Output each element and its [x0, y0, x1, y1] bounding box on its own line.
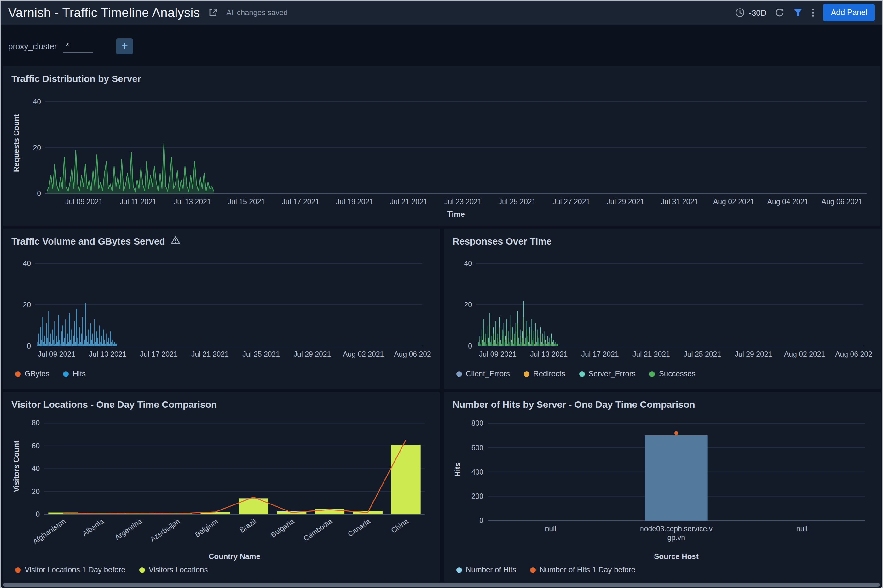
panel-title: Responses Over Time [453, 236, 552, 246]
row-1: Traffic Distribution by Server 02040Requ… [3, 66, 880, 226]
chart-visitor-locations[interactable]: 020406080Visitors CountCountry NameAfgha… [11, 412, 431, 562]
panel-hits-by-server: Number of Hits by Server - One Day Time … [444, 392, 881, 582]
legend-item[interactable]: Client_Errors [456, 369, 510, 378]
legend-dot [649, 371, 655, 376]
svg-text:Jul 25 2021: Jul 25 2021 [242, 350, 280, 358]
svg-text:Jul 13 2021: Jul 13 2021 [530, 350, 568, 358]
legend-dot [456, 371, 462, 376]
panel-title-row: Responses Over Time [453, 235, 872, 246]
svg-text:600: 600 [471, 444, 483, 452]
svg-text:gp.vn: gp.vn [667, 534, 685, 542]
svg-text:Jul 09 2021: Jul 09 2021 [65, 198, 103, 206]
svg-text:Canada: Canada [346, 517, 372, 538]
svg-text:40: 40 [31, 465, 40, 472]
svg-text:node03.ceph.service.v: node03.ceph.service.v [640, 525, 713, 533]
panel-title: Number of Hits by Server - One Day Time … [453, 399, 695, 410]
legend-dot [15, 567, 21, 573]
legend-label: Hits [73, 369, 86, 378]
share-icon[interactable] [208, 8, 218, 18]
svg-text:Jul 13 2021: Jul 13 2021 [89, 350, 126, 358]
svg-text:Jul 17 2021: Jul 17 2021 [140, 350, 178, 358]
filter-icon[interactable] [793, 8, 803, 18]
add-panel-button[interactable]: Add Panel [823, 4, 875, 21]
save-status: All changes saved [226, 8, 288, 17]
svg-text:20: 20 [23, 301, 31, 309]
panel-responses-over-time: Responses Over Time 02040Jul 09 2021Jul … [444, 229, 881, 389]
svg-text:Source Host: Source Host [654, 552, 698, 561]
svg-text:Jul 31 2021: Jul 31 2021 [661, 198, 698, 206]
time-range-control[interactable]: -30D [735, 8, 766, 18]
legend-dot [456, 567, 462, 573]
svg-text:Aug 02 2021: Aug 02 2021 [713, 198, 754, 206]
legend-item[interactable]: Number of Hits [456, 565, 516, 574]
svg-text:Belgium: Belgium [193, 517, 219, 539]
panel-title-row: Visitor Locations - One Day Time Compari… [11, 398, 431, 410]
chart-traffic-distribution[interactable]: 02040Requests CountTimeJul 09 2021Jul 11… [11, 86, 873, 220]
svg-text:Jul 09 2021: Jul 09 2021 [479, 350, 517, 358]
svg-text:Aug 02 2021: Aug 02 2021 [784, 350, 825, 358]
svg-text:800: 800 [471, 419, 483, 427]
panel-grid: Traffic Distribution by Server 02040Requ… [1, 66, 882, 582]
svg-text:Hits: Hits [453, 462, 462, 477]
svg-text:Jul 21 2021: Jul 21 2021 [390, 198, 428, 206]
svg-text:Jul 17 2021: Jul 17 2021 [282, 198, 319, 206]
filter-value-input[interactable]: * [63, 39, 94, 52]
legend-label: Redirects [533, 369, 565, 378]
panel-title-row: Traffic Volume and GBytes Served [11, 235, 431, 246]
refresh-icon[interactable] [775, 8, 785, 18]
panel-traffic-volume: Traffic Volume and GBytes Served 02040Ju… [3, 229, 440, 389]
svg-text:Requests Count: Requests Count [12, 114, 21, 172]
legend-item[interactable]: Redirects [524, 369, 565, 378]
panel-title: Visitor Locations - One Day Time Compari… [11, 399, 217, 410]
svg-text:Cambodia: Cambodia [302, 517, 334, 543]
legend-dot [63, 371, 69, 376]
svg-text:Aug 06 2021: Aug 06 2021 [822, 198, 862, 206]
row-3: Visitor Locations - One Day Time Compari… [3, 392, 880, 582]
svg-text:0: 0 [468, 342, 472, 350]
legend-item[interactable]: GBytes [15, 369, 49, 378]
svg-text:Jul 25 2021: Jul 25 2021 [684, 350, 721, 358]
chart-responses-over-time[interactable]: 02040Jul 09 2021Jul 13 2021Jul 17 2021Ju… [453, 249, 872, 366]
svg-text:20: 20 [31, 488, 40, 496]
legend-item[interactable]: Successes [649, 369, 696, 378]
svg-text:Jul 21 2021: Jul 21 2021 [633, 350, 670, 358]
svg-text:40: 40 [23, 260, 31, 267]
clock-icon [735, 8, 745, 18]
svg-text:Jul 23 2021: Jul 23 2021 [444, 198, 482, 206]
add-filter-button[interactable]: + [116, 38, 133, 54]
svg-text:0: 0 [37, 189, 41, 198]
svg-text:Jul 27 2021: Jul 27 2021 [552, 198, 590, 206]
dashboard-title: Varnish - Traffic Timeline Analysis [8, 5, 200, 20]
scrollbar-thumb[interactable] [3, 583, 880, 587]
svg-text:Country Name: Country Name [208, 552, 260, 561]
dashboard-page: Varnish - Traffic Timeline Analysis All … [0, 0, 883, 588]
svg-text:Jul 11 2021: Jul 11 2021 [120, 198, 157, 206]
legend-item[interactable]: Number of Hits 1 Day before [530, 565, 635, 574]
svg-text:Jul 29 2021: Jul 29 2021 [735, 350, 772, 358]
legend-dot [530, 567, 536, 573]
time-range-label: -30D [749, 8, 766, 17]
legend-item[interactable]: Visitors Locations [139, 565, 208, 574]
panel-title: Traffic Distribution by Server [11, 73, 141, 84]
svg-text:200: 200 [471, 492, 483, 500]
kebab-menu-icon[interactable] [811, 8, 815, 18]
svg-text:Bulgaria: Bulgaria [269, 517, 295, 539]
legend-item[interactable]: Visitor Locations 1 Day before [15, 565, 126, 574]
horizontal-scrollbar[interactable] [2, 582, 881, 588]
legend-label: Visitors Locations [149, 565, 208, 574]
svg-text:Jul 21 2021: Jul 21 2021 [191, 350, 229, 358]
legend-dot [139, 567, 145, 573]
chart-traffic-volume[interactable]: 02040Jul 09 2021Jul 13 2021Jul 17 2021Ju… [11, 249, 431, 366]
svg-text:40: 40 [464, 260, 472, 267]
svg-text:null: null [545, 525, 556, 533]
legend-label: Visitor Locations 1 Day before [25, 565, 126, 574]
chart-hits-by-server[interactable]: 0200400600800HitsSource Hostnullnode03.c… [453, 412, 872, 562]
legend-item[interactable]: Hits [63, 369, 86, 378]
svg-text:Jul 29 2021: Jul 29 2021 [293, 350, 331, 358]
legend-item[interactable]: Server_Errors [579, 369, 635, 378]
svg-text:20: 20 [33, 144, 41, 152]
svg-text:Jul 29 2021: Jul 29 2021 [607, 198, 644, 206]
svg-text:Aug 06 2021: Aug 06 2021 [835, 350, 872, 358]
warning-icon[interactable] [171, 236, 180, 246]
svg-text:Jul 13 2021: Jul 13 2021 [174, 198, 211, 206]
